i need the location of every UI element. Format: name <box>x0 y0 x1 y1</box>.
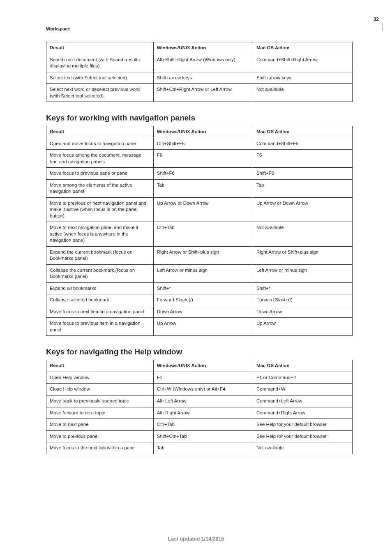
table-header-row: Result Windows/UNIX Action Mac OS Action <box>46 126 353 138</box>
cell: Forward Slash (/) <box>253 294 352 306</box>
cell: Move focus to previous pane or panel <box>46 168 154 180</box>
cell: Move focus to the next link within a pan… <box>46 442 154 454</box>
cell: F6 <box>253 150 352 168</box>
table-row: Expand the current bookmark (focus on Bo… <box>46 246 353 264</box>
cell: Shift+arrow keys <box>253 72 352 84</box>
cell: Shift+Ctrl+Right Arrow or Left Arrow <box>153 84 253 102</box>
cell: Ctrl+W (Windows only) or Alt+F4 <box>153 384 253 395</box>
cell: Ctrl+Tab <box>153 222 253 247</box>
cell: Open and move focus to navigation pane <box>46 138 154 150</box>
cell: See Help for your default browser <box>253 430 352 442</box>
cell: Command+Right Arrow <box>253 407 352 419</box>
cell: Right Arrow or Shift+plus sign <box>153 246 253 264</box>
cell: Up Arrow <box>153 318 253 336</box>
table-row: Open Help windowF1F1 or Command+? <box>46 372 353 384</box>
cell: Shift+* <box>253 282 352 294</box>
table-row: Move focus to previous item in a navigat… <box>46 318 353 336</box>
cell: Tab <box>253 179 352 197</box>
table-row: Move forward to next topicAlt+Right Arro… <box>46 407 353 419</box>
cell: F1 <box>153 372 253 384</box>
section-heading-nav-panels: Keys for working with navigation panels <box>46 113 353 123</box>
cell: F1 or Command+? <box>253 372 352 384</box>
cell: Move focus to previous item in a navigat… <box>46 318 154 336</box>
section-heading-help-window: Keys for navigating the Help window <box>46 347 353 356</box>
cell: Command+Left Arrow <box>253 395 352 407</box>
cell: Alt+Shift+Right Arrow (Windows only) <box>153 54 253 72</box>
cell: Shift+arrow keys <box>153 72 253 84</box>
cell: Search next document (with Search result… <box>46 54 154 72</box>
cell: Command+Shift+F5 <box>253 138 352 150</box>
cell: F6 <box>153 150 253 168</box>
page-number: 32 <box>374 16 379 22</box>
table-row: Move to next navigation panel and make i… <box>46 222 353 247</box>
table-row: Move focus to the next link within a pan… <box>46 442 353 454</box>
table-row: Move to previous or next navigation pane… <box>46 197 353 222</box>
col-result: Result <box>46 42 154 54</box>
cell: Left Arrow or minus sign <box>153 264 253 282</box>
cell: Down Arrow <box>153 306 253 318</box>
cell: Move back to previously opened topic <box>46 395 154 407</box>
cell: Expand all bookmarks <box>46 282 154 294</box>
table-row: Search next document (with Search result… <box>46 54 353 72</box>
table-row: Move focus to next item in a navigation … <box>46 306 353 318</box>
cell: Collapse selected bookmark <box>46 294 154 306</box>
table-header-row: Result Windows/UNIX Action Mac OS Action <box>46 42 353 54</box>
cell: Tab <box>153 179 253 197</box>
cell: Not available <box>253 442 352 454</box>
cell: Forward Slash (/) <box>153 294 253 306</box>
cell: Move to next pane <box>46 419 154 431</box>
cell: Ctrl+Shift+F5 <box>153 138 253 150</box>
table-row: Move to previous paneShift+Ctrl+TabSee H… <box>46 430 353 442</box>
cell: Collapse the current bookmark (focus on … <box>46 264 154 282</box>
cell: Shift+* <box>153 282 253 294</box>
col-result: Result <box>46 360 154 372</box>
cell: Left Arrow or minus sign <box>253 264 352 282</box>
cell: Alt+Left Arrow <box>153 395 253 407</box>
cell: Up Arrow or Down Arrow <box>253 197 352 222</box>
col-mac: Mac OS Action <box>253 126 352 138</box>
cell: Move focus to next item in a navigation … <box>46 306 154 318</box>
cell: Open Help window <box>46 372 154 384</box>
shortcut-table-1: Result Windows/UNIX Action Mac OS Action… <box>46 126 353 336</box>
breadcrumb: Workspace <box>46 26 353 31</box>
cell: Close Help window <box>46 384 154 395</box>
shortcut-table-2: Result Windows/UNIX Action Mac OS Action… <box>46 360 353 454</box>
col-win: Windows/UNIX Action <box>153 126 253 138</box>
table-row: Select next word or deselect previous wo… <box>46 84 353 102</box>
cell: Not available <box>253 222 352 247</box>
cell: Select text (with Select tool selected) <box>46 72 154 84</box>
cell: Ctrl+Tab <box>153 419 253 431</box>
table-row: Move to next paneCtrl+TabSee Help for yo… <box>46 419 353 431</box>
cell: Move to previous or next navigation pane… <box>46 197 154 222</box>
col-mac: Mac OS Action <box>253 42 352 54</box>
cell: Select next word or deselect previous wo… <box>46 84 154 102</box>
cell: Not available <box>253 84 352 102</box>
cell: Command+Shift+Right Arrow <box>253 54 352 72</box>
table-row: Collapse the current bookmark (focus on … <box>46 264 353 282</box>
col-win: Windows/UNIX Action <box>153 360 253 372</box>
table-row: Move among the elements of the active na… <box>46 179 353 197</box>
cell: Shift+F6 <box>253 168 352 180</box>
col-win: Windows/UNIX Action <box>153 42 253 54</box>
page-number-divider <box>383 23 383 30</box>
page-content: Workspace Result Windows/UNIX Action Mac… <box>0 0 392 454</box>
cell: See Help for your default browser <box>253 419 352 431</box>
cell: Expand the current bookmark (focus on Bo… <box>46 246 154 264</box>
table-row: Collapse selected bookmarkForward Slash … <box>46 294 353 306</box>
table-header-row: Result Windows/UNIX Action Mac OS Action <box>46 360 353 372</box>
table-row: Open and move focus to navigation paneCt… <box>46 138 353 150</box>
table-row: Move focus to previous pane or panelShif… <box>46 168 353 180</box>
table-row: Move focus among the document, message b… <box>46 150 353 168</box>
cell: Move to previous pane <box>46 430 154 442</box>
cell: Up Arrow or Down Arrow <box>153 197 253 222</box>
cell: Up Arrow <box>253 318 352 336</box>
cell: Alt+Right Arrow <box>153 407 253 419</box>
cell: Move focus among the document, message b… <box>46 150 154 168</box>
table-row: Expand all bookmarksShift+*Shift+* <box>46 282 353 294</box>
cell: Right Arrow or Shift+plus sign <box>253 246 352 264</box>
table-row: Close Help windowCtrl+W (Windows only) o… <box>46 384 353 395</box>
cell: Move among the elements of the active na… <box>46 179 154 197</box>
cell: Move forward to next topic <box>46 407 154 419</box>
shortcut-table-0: Result Windows/UNIX Action Mac OS Action… <box>46 42 353 102</box>
cell: Command+W <box>253 384 352 395</box>
